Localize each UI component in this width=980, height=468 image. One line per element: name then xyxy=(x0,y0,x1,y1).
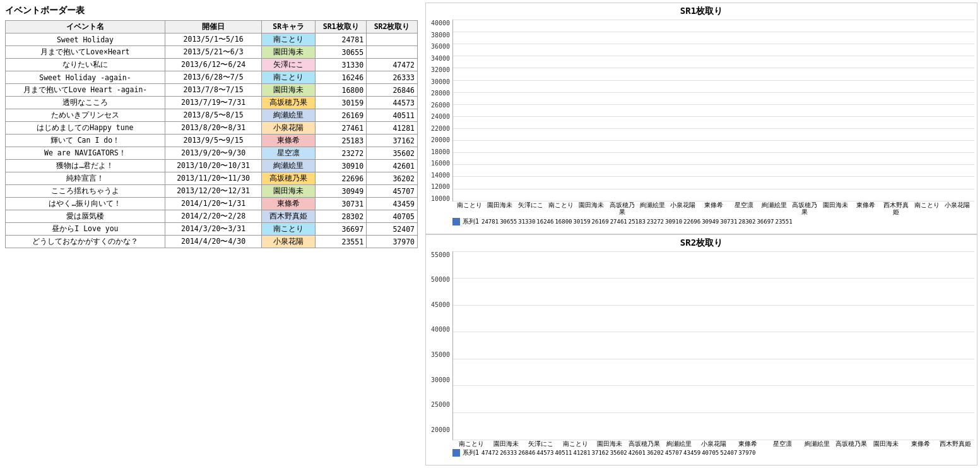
y-label: 20000 xyxy=(431,426,450,433)
event-name: 愛は蜃気楼 xyxy=(6,210,165,223)
event-sr2: 40511 xyxy=(367,109,418,122)
event-sr2: 44573 xyxy=(367,97,418,109)
chart2-y-axis: 5500050000450004000035000300002500020000 xyxy=(428,251,452,458)
legend-value: 28302 xyxy=(738,219,755,225)
grid-line xyxy=(453,305,974,306)
event-sr2: 47472 xyxy=(367,59,418,71)
col-header-sr1: SR1枚取り xyxy=(316,21,367,33)
event-chara: 高坂穂乃果 xyxy=(262,97,316,109)
chart1-legend-row: 系列1 247813065531330162461680030159261692… xyxy=(452,217,974,226)
event-date: 2013/11/20〜11/30 xyxy=(165,172,262,185)
event-sr1: 30731 xyxy=(316,198,367,210)
legend-value: 26169 xyxy=(592,219,609,225)
legend-value: 35602 xyxy=(610,450,627,456)
chart1-area: 南ことり園田海未矢澤にこ南ことり園田海未高坂穂乃果絢瀬絵里小泉花陽東條希星空凛絢… xyxy=(452,20,974,226)
event-date: 2013/6/28〜7/5 xyxy=(165,71,262,84)
event-sr2: 26846 xyxy=(367,84,418,97)
y-label: 12000 xyxy=(431,183,450,190)
grid-line xyxy=(453,152,974,153)
table-row: はやく…振り向いて！2014/1/20〜1/31東條希3073143459 xyxy=(6,198,418,210)
table-row: 輝いて Can I do！2013/9/5〜9/15東條希2518337162 xyxy=(6,135,418,147)
event-date: 2013/7/19〜7/31 xyxy=(165,97,262,109)
x-label: 園田海未 xyxy=(870,440,903,447)
grid-line xyxy=(453,332,974,332)
y-label: 36000 xyxy=(431,43,450,50)
y-label: 34000 xyxy=(431,55,450,62)
event-chara: 東條希 xyxy=(262,135,316,147)
event-sr1: 26169 xyxy=(316,109,367,122)
event-sr1: 23272 xyxy=(316,147,367,160)
x-label: 南ことり xyxy=(455,201,484,216)
legend-value: 30949 xyxy=(702,219,719,225)
event-sr2: 37162 xyxy=(367,135,418,147)
x-label: 南ことり xyxy=(912,201,941,216)
y-label: 30000 xyxy=(431,78,450,85)
table-row: こころ揺れちゃうよ2013/12/20〜12/31園田海未3094945707 xyxy=(6,185,418,198)
legend-value: 26333 xyxy=(500,450,517,456)
legend-value: 16800 xyxy=(555,219,572,225)
event-date: 2013/9/5〜9/15 xyxy=(165,135,262,147)
x-label: 園田海未 xyxy=(485,201,514,216)
x-label: 東條希 xyxy=(699,201,728,216)
legend-value: 26846 xyxy=(518,450,535,456)
grid-line xyxy=(453,140,974,141)
y-label: 35000 xyxy=(431,351,450,358)
x-label: 南ことり xyxy=(558,440,592,447)
x-label: 小泉花陽 xyxy=(943,201,972,216)
event-name: 獲物は…君だよ！ xyxy=(6,160,165,172)
y-label: 32000 xyxy=(431,66,450,73)
legend-value: 52407 xyxy=(720,450,737,456)
table-row: Sweet Holiday -again-2013/6/28〜7/5南ことり16… xyxy=(6,71,418,84)
chart1-section: SR1枚取り 400003800036000340003200030000280… xyxy=(425,3,977,234)
event-sr1: 30655 xyxy=(316,46,367,59)
legend-value: 42601 xyxy=(629,450,646,456)
table-row: 月まで抱いてLove×Heart2013/5/21〜6/3園田海未30655 xyxy=(6,46,418,59)
y-label: 14000 xyxy=(431,172,450,179)
event-date: 2014/2/20〜2/28 xyxy=(165,210,262,223)
table-row: 純粋宣言！2013/11/20〜11/30高坂穂乃果2269636202 xyxy=(6,172,418,185)
event-date: 2013/5/21〜6/3 xyxy=(165,46,262,59)
event-date: 2013/5/1〜5/16 xyxy=(165,33,262,46)
event-sr2: 36202 xyxy=(367,172,418,185)
chart1-x-labels: 南ことり園田海未矢澤にこ南ことり園田海未高坂穂乃果絢瀬絵里小泉花陽東條希星空凛絢… xyxy=(452,201,974,216)
grid-line xyxy=(453,440,974,440)
event-date: 2013/7/8〜7/15 xyxy=(165,84,262,97)
chart2-section: SR2枚取り 550005000045000400003500030000250… xyxy=(425,234,977,466)
event-name: ためいきプリンセス xyxy=(6,109,165,122)
x-label: 星空凛 xyxy=(729,201,759,216)
x-label: 高坂穂乃果 xyxy=(628,440,661,447)
y-label: 10000 xyxy=(431,195,450,202)
x-label: 園田海未 xyxy=(490,440,523,447)
chart1-legend-values: 2478130655313301624616800301592616927461… xyxy=(481,219,793,225)
y-label: 38000 xyxy=(431,32,450,39)
event-name: We are NAVIGATORS！ xyxy=(6,147,165,160)
event-chara: 園田海未 xyxy=(262,185,316,198)
event-chara: 西木野真姫 xyxy=(262,210,316,223)
event-name: 透明なこころ xyxy=(6,97,165,109)
event-sr2: 26333 xyxy=(367,71,418,84)
table-row: We are NAVIGATORS！2013/9/20〜9/30星空凛23272… xyxy=(6,147,418,160)
x-label: 東條希 xyxy=(851,201,880,216)
table-row: はじめましてのHappy tune2013/8/20〜8/31小泉花陽27461… xyxy=(6,122,418,135)
legend-value: 44573 xyxy=(536,450,553,456)
chart2-bars xyxy=(452,251,974,440)
event-sr1: 30159 xyxy=(316,97,367,109)
event-chara: 小泉花陽 xyxy=(262,236,316,248)
table-row: 透明なこころ2013/7/19〜7/31高坂穂乃果3015944573 xyxy=(6,97,418,109)
legend-value: 36202 xyxy=(647,450,664,456)
y-label: 55000 xyxy=(431,251,450,258)
grid-line xyxy=(453,278,974,279)
event-date: 2013/8/5〜8/15 xyxy=(165,109,262,122)
legend-value: 16246 xyxy=(536,219,553,225)
grid-line xyxy=(453,128,974,129)
event-sr2: 52407 xyxy=(367,223,418,236)
event-sr1: 16246 xyxy=(316,71,367,84)
y-label: 30000 xyxy=(431,376,450,383)
x-label: 矢澤にこ xyxy=(516,201,545,216)
y-label: 22000 xyxy=(431,125,450,132)
legend-value: 36697 xyxy=(757,219,774,225)
event-name: 昼からI Love you xyxy=(6,223,165,236)
event-name: 純粋宣言！ xyxy=(6,172,165,185)
col-header-sr2: SR2枚取り xyxy=(367,21,418,33)
x-label: 小泉花陽 xyxy=(668,201,697,216)
